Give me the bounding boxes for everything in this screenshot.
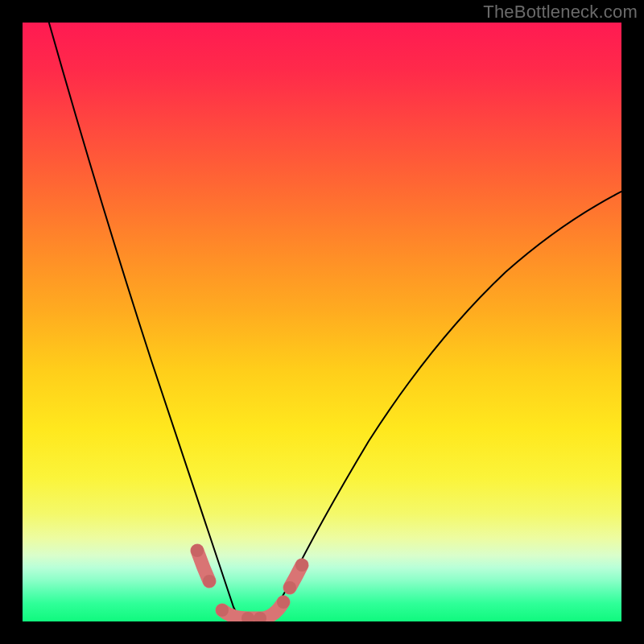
marker-dot bbox=[203, 575, 216, 588]
left-curve bbox=[47, 23, 248, 618]
right-curve bbox=[260, 192, 621, 618]
marker-dot bbox=[191, 544, 204, 557]
plot-area bbox=[23, 23, 621, 621]
watermark-text: TheBottleneck.com bbox=[483, 2, 638, 23]
marker-dot bbox=[295, 559, 308, 572]
chart-container: TheBottleneck.com bbox=[0, 0, 644, 644]
marker-dot bbox=[283, 581, 296, 594]
curve-layer bbox=[23, 23, 621, 621]
marker-dot bbox=[277, 596, 290, 609]
marker-dot bbox=[216, 604, 229, 617]
